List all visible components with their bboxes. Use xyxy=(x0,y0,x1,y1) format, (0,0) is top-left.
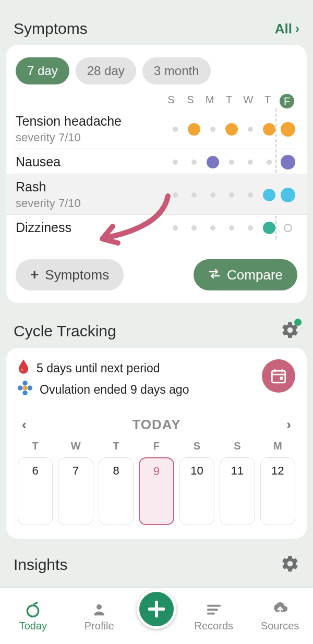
dot-cell xyxy=(260,189,279,201)
nav-sources[interactable]: Sources xyxy=(251,600,309,632)
calendar-date: 11 xyxy=(220,457,255,525)
dot-orange-icon xyxy=(263,123,275,136)
range-7day-pill[interactable]: 7 day xyxy=(16,57,69,84)
range-28day-pill[interactable]: 28 day xyxy=(76,57,136,84)
add-symptoms-button[interactable]: + Symptoms xyxy=(16,259,124,290)
symptom-row-dizziness[interactable]: Dizziness xyxy=(16,215,297,239)
notification-dot-icon xyxy=(294,319,302,326)
dot-cell xyxy=(166,225,185,230)
calendar-dow: M xyxy=(260,440,295,452)
compare-label: Compare xyxy=(227,267,283,283)
symptoms-card: 7 day 28 day 3 month S S M T W T F Tensi… xyxy=(6,45,307,303)
svg-point-2 xyxy=(22,391,27,395)
today-badge: F xyxy=(280,94,294,108)
calendar-dow: S xyxy=(179,440,214,452)
calendar-day[interactable]: W 7 xyxy=(58,440,93,525)
svg-point-1 xyxy=(22,381,27,385)
symptom-name: Rash xyxy=(16,179,166,195)
dot-blue-icon xyxy=(281,188,295,202)
symptom-day-header: S S M T W T F xyxy=(16,94,297,108)
dot-cell xyxy=(222,123,241,136)
dot-purple-icon xyxy=(281,155,295,169)
cycle-calendar-button[interactable] xyxy=(262,359,295,393)
dot-teal-icon xyxy=(263,222,275,234)
calendar-dow: T xyxy=(18,440,53,452)
calendar-day[interactable]: M 12 xyxy=(260,440,295,525)
cycle-prev-button[interactable]: ‹ xyxy=(22,417,27,433)
chevron-right-icon: › xyxy=(295,21,299,36)
dot-cell xyxy=(260,222,279,234)
dot-cell xyxy=(185,160,203,165)
calendar-date: 6 xyxy=(18,457,53,525)
dot-none-icon xyxy=(173,160,178,165)
svg-rect-5 xyxy=(272,371,285,383)
dot-cell xyxy=(203,127,222,132)
dot-cell xyxy=(241,160,260,165)
cycle-tracking-title: Cycle Tracking xyxy=(14,322,116,340)
calendar-day[interactable]: T 6 xyxy=(18,440,53,525)
dot-cell xyxy=(279,122,297,137)
calendar-day-today[interactable]: F 9 xyxy=(139,440,174,525)
dot-cell xyxy=(185,123,203,136)
symptoms-all-link[interactable]: All › xyxy=(275,21,299,37)
day-header-cell: S xyxy=(181,94,200,108)
dot-none-icon xyxy=(173,225,178,230)
calendar-date: 10 xyxy=(179,457,214,525)
dot-none-icon xyxy=(248,192,253,198)
insights-settings-button[interactable] xyxy=(281,554,299,575)
day-header-cell: W xyxy=(239,94,258,108)
nav-profile[interactable]: Profile xyxy=(70,600,128,632)
calendar-date: 9 xyxy=(139,457,174,525)
range-3month-pill[interactable]: 3 month xyxy=(142,57,211,84)
dot-orange-icon xyxy=(225,123,238,136)
day-header-cell: T xyxy=(220,94,238,108)
calendar-day[interactable]: S 10 xyxy=(179,440,214,525)
cycle-card: 5 days until next period Ovulation ended… xyxy=(6,348,307,539)
svg-point-11 xyxy=(97,604,102,610)
symptom-row-nausea[interactable]: Nausea xyxy=(16,149,297,174)
dot-cell xyxy=(185,192,203,198)
symptom-name: Nausea xyxy=(16,154,166,169)
dot-none-icon xyxy=(248,225,253,230)
dot-cell xyxy=(222,192,241,198)
svg-point-0 xyxy=(22,385,27,390)
day-header-cell: M xyxy=(200,94,219,108)
symptoms-title: Symptoms xyxy=(14,20,88,38)
day-header-cell: T xyxy=(258,94,277,108)
nav-today[interactable]: Today xyxy=(4,600,62,632)
dot-ring-icon xyxy=(284,224,292,232)
svg-point-4 xyxy=(28,385,32,390)
dot-none-icon xyxy=(248,127,253,132)
cycle-settings-button[interactable] xyxy=(281,321,299,342)
add-symptoms-label: Symptoms xyxy=(45,267,109,283)
bottom-nav: Today Profile Records Sources xyxy=(0,588,313,644)
dot-none-icon xyxy=(191,225,197,230)
nav-records[interactable]: Records xyxy=(185,600,243,632)
calendar-dow: F xyxy=(139,440,174,452)
dot-cell xyxy=(279,155,297,169)
nav-label: Today xyxy=(19,620,47,632)
symptom-row-rash[interactable]: Rash severity 7/10 xyxy=(6,174,307,215)
symptom-row-tension[interactable]: Tension headache severity 7/10 xyxy=(16,108,297,149)
plus-icon: + xyxy=(30,266,39,283)
svg-rect-7 xyxy=(280,376,283,380)
sources-icon xyxy=(271,600,289,619)
symptom-severity: severity 7/10 xyxy=(16,197,166,210)
calendar-day[interactable]: T 8 xyxy=(99,440,134,525)
day-header-today-cell: F xyxy=(278,94,296,108)
compare-button[interactable]: Compare xyxy=(194,259,297,290)
add-fab-button[interactable] xyxy=(137,589,176,629)
calendar-strip: T 6 W 7 T 8 F 9 S 10 S 11 xyxy=(18,440,295,525)
dot-none-icon xyxy=(191,160,197,165)
dot-cell xyxy=(203,156,222,168)
cycle-next-button[interactable]: › xyxy=(286,417,291,433)
calendar-dow: T xyxy=(99,440,134,452)
dot-none-icon xyxy=(210,225,215,230)
dot-cell xyxy=(260,160,279,165)
plus-icon xyxy=(146,599,167,619)
calendar-date: 12 xyxy=(260,457,295,525)
day-header-cell: S xyxy=(162,94,180,108)
calendar-day[interactable]: S 11 xyxy=(220,440,255,525)
calendar-icon xyxy=(270,367,287,385)
calendar-dow: S xyxy=(220,440,255,452)
